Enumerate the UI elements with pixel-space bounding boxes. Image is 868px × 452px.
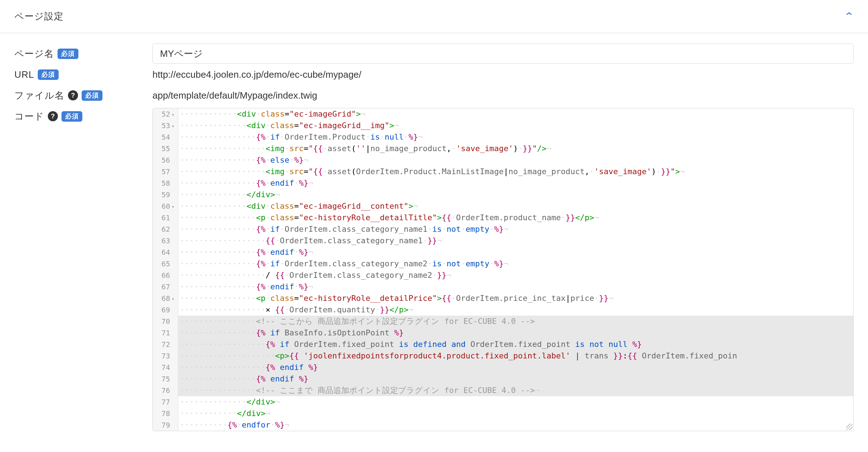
labels-column: ページ名 必須 URL 必須 ファイル名 ? 必須 コード ? 必須	[14, 43, 144, 431]
label-row-file-name: ファイル名 ? 必須	[14, 85, 144, 106]
label-page-name: ページ名	[14, 48, 54, 60]
required-badge: 必須	[58, 49, 78, 59]
code-line[interactable]: ················<!-- ここまで 商品追加ポイント設定プラグイ…	[178, 385, 853, 396]
label-code: コード	[14, 110, 44, 123]
code-line[interactable]: ················{%·if·OrderItem.class_ca…	[178, 223, 853, 235]
line-number: 52	[153, 108, 178, 120]
code-body[interactable]: ············<div·class="ec-imageGrid">¬·…	[178, 108, 853, 431]
line-number: 78	[153, 408, 178, 419]
code-line[interactable]: ················{% endif %}	[178, 373, 853, 385]
label-row-url: URL 必須	[14, 64, 144, 85]
required-badge: 必須	[82, 90, 102, 101]
line-number: 79	[153, 419, 178, 431]
line-number: 56	[153, 154, 178, 166]
code-line[interactable]: ··················{% endif %}	[178, 362, 853, 373]
line-number: 67	[153, 281, 178, 293]
code-line[interactable]: ··············<div·class="ec-imageGrid__…	[178, 200, 853, 212]
code-line[interactable]: ··················/ {{·OrderItem.class_c…	[178, 270, 853, 281]
code-line[interactable]: ··················× {{·OrderItem.quantit…	[178, 304, 853, 316]
line-number: 73	[153, 350, 178, 362]
code-editor[interactable]: 5253545556575859606162636465666768697071…	[152, 108, 854, 431]
form-area: ページ名 必須 URL 必須 ファイル名 ? 必須 コード ? 必須	[0, 33, 868, 446]
label-row-page-name: ページ名 必須	[14, 43, 144, 64]
page-name-input[interactable]	[152, 44, 854, 64]
question-icon[interactable]: ?	[48, 111, 58, 121]
code-line[interactable]: ················<!-- ここから 商品追加ポイント設定プラグイ…	[178, 316, 853, 327]
line-number: 76	[153, 385, 178, 396]
required-badge: 必須	[61, 111, 82, 122]
code-line[interactable]: ············<div·class="ec-imageGrid">¬	[178, 108, 853, 120]
line-number: 65	[153, 258, 178, 270]
label-file-name: ファイル名	[14, 89, 64, 102]
code-line[interactable]: ··················{% if OrderItem.fixed_…	[178, 339, 853, 350]
panel-title: ページ設定	[14, 10, 64, 23]
label-row-code: コード ? 必須	[14, 106, 144, 127]
code-line[interactable]: ····················<p>{{ 'joolenfixedpo…	[178, 350, 853, 362]
code-line[interactable]: ················<p·class="ec-historyRole…	[178, 212, 853, 223]
code-line[interactable]: ··················<img·src="{{·asset(''|…	[178, 143, 853, 154]
line-number: 68	[153, 293, 178, 304]
line-number: 63	[153, 235, 178, 247]
code-line[interactable]: ············</div>¬	[178, 408, 853, 419]
code-line[interactable]: ················{% if BaseInfo.isOptionP…	[178, 327, 853, 339]
code-line[interactable]: ················{%·endif·%}¬	[178, 247, 853, 258]
panel-header[interactable]: ページ設定 ⌃	[0, 0, 868, 33]
code-line[interactable]: ··················{{·OrderItem.class_cat…	[178, 235, 853, 247]
chevron-up-icon[interactable]: ⌃	[844, 10, 855, 22]
label-url: URL	[14, 69, 34, 80]
code-line[interactable]: ················{%·endif·%}¬	[178, 177, 853, 189]
line-number: 60	[153, 200, 178, 212]
required-badge: 必須	[38, 69, 59, 80]
code-line[interactable]: ··········{%·endfor·%}¬	[178, 419, 853, 431]
code-line[interactable]: ················{%·else·%}¬	[178, 154, 853, 166]
code-line[interactable]: ················{%·if·OrderItem.Product·…	[178, 131, 853, 143]
line-number: 54	[153, 131, 178, 143]
line-number: 74	[153, 362, 178, 373]
value-row-url: http://eccube4.joolen.co.jp/demo/ec-cube…	[152, 64, 854, 85]
code-line[interactable]: ················{%·if·OrderItem.class_ca…	[178, 258, 853, 270]
code-line[interactable]: ··················<img·src="{{·asset(Ord…	[178, 166, 853, 177]
code-line[interactable]: ················<p·class="ec-historyRole…	[178, 293, 853, 304]
line-number: 57	[153, 166, 178, 177]
file-name-value: app/template/default/Mypage/index.twig	[152, 90, 317, 101]
line-number: 77	[153, 396, 178, 408]
line-number: 75	[153, 373, 178, 385]
line-number: 61	[153, 212, 178, 223]
line-number: 58	[153, 177, 178, 189]
line-number: 70	[153, 316, 178, 327]
line-number: 59	[153, 189, 178, 200]
code-gutter: 5253545556575859606162636465666768697071…	[153, 108, 178, 431]
code-line[interactable]: ··············<div·class="ec-imageGrid__…	[178, 120, 853, 131]
line-number: 64	[153, 247, 178, 258]
line-number: 55	[153, 143, 178, 154]
question-icon[interactable]: ?	[68, 90, 78, 100]
line-number: 69	[153, 304, 178, 316]
code-line[interactable]: ················{%·endif·%}¬	[178, 281, 853, 293]
line-number: 71	[153, 327, 178, 339]
line-number: 66	[153, 270, 178, 281]
code-line[interactable]: ··············</div>¬	[178, 396, 853, 408]
line-number: 62	[153, 223, 178, 235]
values-column: http://eccube4.joolen.co.jp/demo/ec-cube…	[152, 43, 854, 431]
line-number: 53	[153, 120, 178, 131]
value-row-page-name	[152, 43, 854, 64]
url-value: http://eccube4.joolen.co.jp/demo/ec-cube…	[152, 69, 361, 80]
line-number: 72	[153, 339, 178, 350]
code-line[interactable]: ··············</div>¬	[178, 189, 853, 200]
value-row-file-name: app/template/default/Mypage/index.twig	[152, 85, 854, 106]
